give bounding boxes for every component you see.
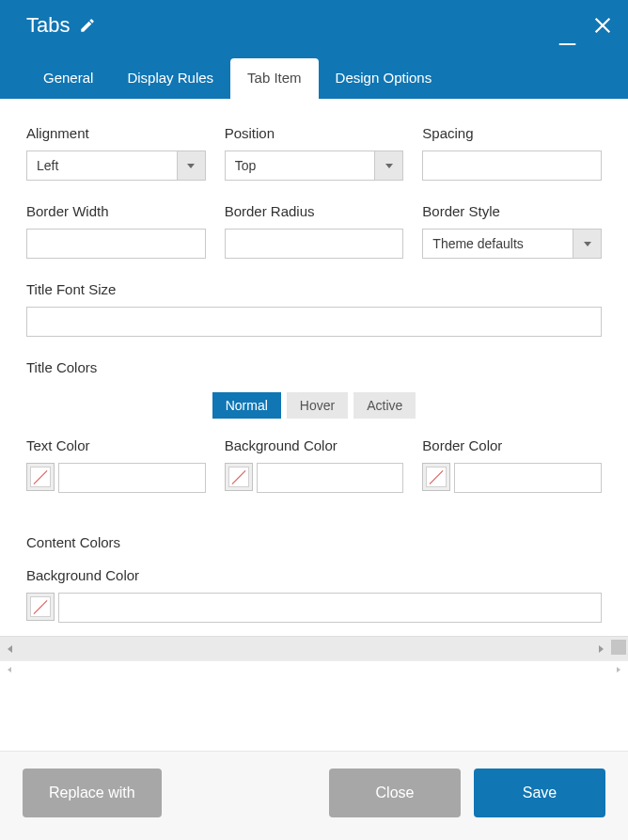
label-position: Position [225, 125, 404, 141]
section-content-colors: Content Colors [26, 534, 602, 550]
state-normal[interactable]: Normal [212, 392, 281, 419]
label-border-width: Border Width [26, 203, 206, 219]
field-text-color: Text Color [26, 437, 206, 493]
state-hover[interactable]: Hover [287, 392, 348, 419]
swatch-content-bg-color[interactable] [26, 593, 55, 621]
no-color-icon [228, 467, 249, 487]
no-color-icon [30, 467, 51, 487]
field-position: Position Top [225, 125, 404, 181]
chevron-down-icon [573, 230, 601, 258]
scrollbar-thumb[interactable] [611, 640, 626, 655]
input-border-radius[interactable] [226, 230, 403, 258]
input-content-bg-color[interactable] [59, 594, 601, 622]
label-alignment: Alignment [26, 125, 206, 141]
edit-title-icon[interactable] [79, 17, 96, 34]
label-spacing: Spacing [422, 125, 602, 141]
swatch-bg-color[interactable] [225, 463, 253, 491]
select-border-style[interactable]: Theme defaults [422, 229, 602, 259]
swatch-border-color[interactable] [422, 463, 450, 491]
field-border-radius: Border Radius [225, 203, 404, 259]
chevron-down-icon [177, 151, 205, 180]
input-title-font-size[interactable] [27, 308, 601, 336]
horizontal-scrollbar-secondary[interactable] [0, 660, 628, 677]
tab-general[interactable]: General [26, 58, 110, 99]
field-spacing: Spacing [422, 125, 602, 181]
select-alignment[interactable]: Left [26, 151, 206, 181]
field-alignment: Alignment Left [26, 125, 206, 181]
field-border-style: Border Style Theme defaults [422, 203, 602, 259]
save-button[interactable]: Save [474, 769, 605, 817]
swatch-text-color[interactable] [26, 463, 55, 491]
field-bg-color: Background Color [225, 437, 404, 493]
label-content-bg-color: Background Color [26, 567, 602, 583]
label-text-color: Text Color [26, 437, 206, 453]
dialog-title: Tabs [26, 13, 70, 38]
input-text-color[interactable] [59, 464, 205, 492]
close-icon[interactable] [592, 15, 613, 36]
close-button[interactable]: Close [329, 769, 461, 817]
dialog-header: Tabs _ General Display Rules Tab Item De… [0, 0, 628, 99]
state-active[interactable]: Active [353, 392, 416, 419]
input-spacing[interactable] [423, 151, 601, 180]
input-border-color[interactable] [455, 464, 601, 492]
horizontal-scrollbar[interactable] [0, 636, 628, 660]
tab-display-rules[interactable]: Display Rules [110, 58, 230, 99]
label-border-style: Border Style [422, 203, 602, 219]
minimize-icon[interactable]: _ [559, 26, 575, 36]
no-color-icon [426, 467, 447, 487]
chevron-down-icon [374, 151, 402, 180]
tab-design-options[interactable]: Design Options [319, 58, 449, 99]
field-content-bg-color: Background Color [26, 567, 602, 623]
dialog-footer: Replace with Close Save [0, 751, 628, 840]
field-title-font-size: Title Font Size [26, 281, 602, 337]
section-title-colors: Title Colors [26, 359, 602, 375]
label-title-font-size: Title Font Size [26, 281, 602, 297]
field-border-color: Border Color [422, 437, 602, 493]
tab-tab-item[interactable]: Tab Item [230, 58, 319, 99]
color-state-tabs: Normal Hover Active [26, 392, 602, 419]
no-color-icon [30, 596, 51, 617]
tabs-nav: General Display Rules Tab Item Design Op… [0, 58, 628, 99]
field-border-width: Border Width [26, 203, 206, 259]
input-bg-color[interactable] [258, 464, 403, 492]
label-border-color: Border Color [422, 437, 602, 453]
replace-with-button[interactable]: Replace with [23, 769, 162, 817]
select-position[interactable]: Top [225, 151, 404, 181]
form-body: Alignment Left Position Top Spacing [0, 99, 628, 636]
label-bg-color: Background Color [225, 437, 404, 453]
input-border-width[interactable] [27, 230, 205, 258]
label-border-radius: Border Radius [225, 203, 404, 219]
